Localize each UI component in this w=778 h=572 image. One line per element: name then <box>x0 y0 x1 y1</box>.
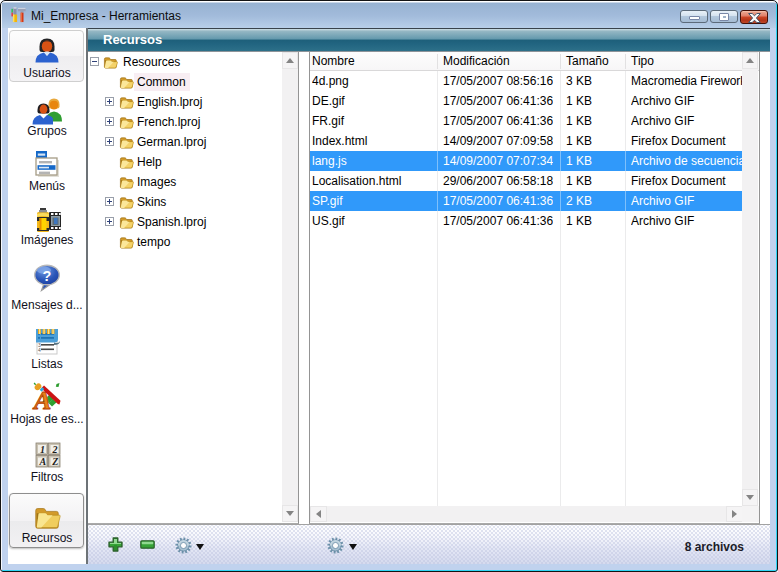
svg-text:1: 1 <box>40 444 45 455</box>
svg-text:4: 4 <box>38 347 41 353</box>
svg-text:2: 2 <box>52 444 58 455</box>
svg-text:Z: Z <box>51 456 58 467</box>
svg-text:A: A <box>39 456 47 467</box>
svg-text:?: ? <box>43 268 52 284</box>
